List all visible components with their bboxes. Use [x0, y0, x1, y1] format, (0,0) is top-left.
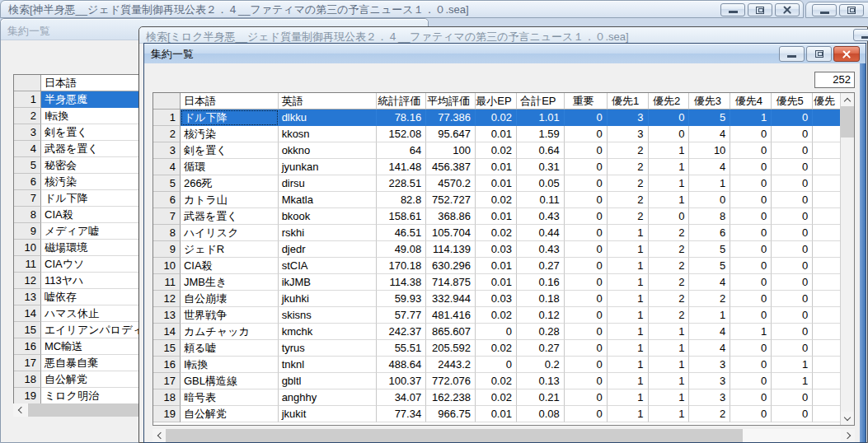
cell-english[interactable]: ikJMB — [279, 274, 378, 291]
count-field[interactable]: 252 — [814, 72, 855, 88]
column-header-avg_eval[interactable]: 平均評価 — [426, 93, 476, 110]
cell-priority5[interactable]: 0 — [772, 110, 813, 126]
cell-japanese[interactable]: JMB生き — [181, 274, 279, 291]
table-row[interactable]: 19自公解党jkukit77.34966.750.010.08011200 — [153, 406, 840, 422]
table-row[interactable]: 10CIA殺stCIA170.18630.2960.010.27012500 — [153, 258, 840, 274]
cell-priority6[interactable] — [813, 291, 840, 307]
cell-japanese[interactable]: 266死 — [181, 175, 279, 192]
row-number[interactable]: 17 — [14, 355, 41, 371]
cell-important[interactable]: 0 — [565, 159, 608, 175]
cell-priority6[interactable] — [813, 357, 840, 373]
cell-important[interactable]: 0 — [565, 192, 608, 208]
column-header-japanese[interactable]: 日本語 — [181, 93, 279, 110]
cell-priority3[interactable]: 4 — [689, 324, 730, 340]
cell-priority6[interactable] — [813, 340, 840, 357]
cell-priority2[interactable]: 2 — [649, 307, 690, 324]
row-number[interactable]: 1 — [14, 91, 41, 108]
cell-stat_eval[interactable]: 170.18 — [377, 258, 426, 274]
cell-priority4[interactable]: 0 — [730, 406, 772, 422]
cell-avg_eval[interactable]: 752.727 — [426, 192, 476, 208]
cell-priority2[interactable]: 1 — [649, 324, 690, 340]
cell-avg_eval[interactable]: 772.076 — [426, 373, 476, 389]
cell-priority1[interactable]: 2 — [608, 208, 649, 225]
row-number[interactable]: 4 — [14, 141, 41, 157]
cell-priority4[interactable]: 0 — [730, 291, 772, 307]
cell-stat_eval[interactable]: 77.34 — [377, 406, 426, 422]
cell-important[interactable]: 0 — [565, 241, 608, 258]
cell-english[interactable]: jkukit — [279, 406, 378, 422]
table-row[interactable]: 7武器を置くbkook158.61368.860.010.43020800 — [153, 208, 840, 225]
cell-priority2[interactable]: 1 — [649, 192, 690, 208]
row-number[interactable]: 12 — [14, 273, 41, 289]
table-row[interactable]: 12自公崩壊jkuhki59.93332.9440.030.18012200 — [153, 291, 840, 307]
row-number[interactable]: 17 — [153, 373, 181, 389]
cell-english[interactable]: dirsu — [279, 175, 378, 192]
row-number[interactable]: 7 — [153, 208, 181, 225]
cell-stat_eval[interactable]: 46.51 — [377, 225, 426, 241]
cell-priority3[interactable]: 4 — [689, 340, 730, 357]
cell-english[interactable]: tyrus — [279, 340, 378, 357]
cell-priority4[interactable]: 0 — [730, 225, 772, 241]
row-number[interactable]: 5 — [153, 175, 181, 192]
cell-stat_eval[interactable]: 64 — [377, 142, 426, 159]
cell-english[interactable]: stCIA — [279, 258, 378, 274]
cell-priority2[interactable]: 1 — [649, 406, 690, 422]
close-button[interactable] — [833, 46, 860, 62]
cell-english[interactable]: Mkatla — [279, 192, 378, 208]
cell-english[interactable]: kmchk — [279, 324, 378, 340]
cell-priority5[interactable]: 0 — [772, 126, 813, 142]
cell-priority4[interactable]: 0 — [730, 340, 772, 357]
cell-priority3[interactable]: 4 — [689, 126, 730, 142]
cell-total_ep[interactable]: 0.05 — [517, 175, 565, 192]
table-row[interactable]: 11JMB生きikJMB114.38714.8750.010.16012400 — [153, 274, 840, 291]
column-header-important[interactable]: 重要 — [565, 93, 608, 110]
cell-priority4[interactable]: 1 — [730, 110, 772, 126]
cell-priority3[interactable]: 8 — [689, 208, 730, 225]
cell-important[interactable]: 0 — [565, 225, 608, 241]
cell-priority6[interactable] — [813, 175, 840, 192]
row-number[interactable]: 2 — [153, 126, 181, 142]
table-row[interactable]: 15頼る嘘tyrus55.51205.5920.020.27011400 — [153, 340, 840, 357]
scroll-left-button[interactable] — [13, 403, 27, 417]
cell-priority5[interactable]: 0 — [772, 274, 813, 291]
cell-stat_eval[interactable]: 141.48 — [377, 159, 426, 175]
cell-japanese[interactable]: 武器を置く — [181, 208, 279, 225]
cell-english[interactable]: tnknl — [279, 357, 378, 373]
cell-japanese[interactable]: 自公解党 — [181, 406, 279, 422]
table-row[interactable]: 3剣を置くokkno641000.020.640211000 — [153, 142, 840, 159]
cell-priority2[interactable]: 0 — [649, 110, 690, 126]
cell-avg_eval[interactable]: 162.238 — [426, 389, 476, 406]
restore-button[interactable] — [748, 3, 772, 16]
cell-priority5[interactable]: 0 — [772, 175, 813, 192]
cell-total_ep[interactable]: 0.28 — [517, 324, 565, 340]
cell-important[interactable]: 0 — [565, 373, 608, 389]
cell-priority2[interactable]: 1 — [649, 175, 690, 192]
table-row[interactable]: 14カムチャッカkmchk242.37865.60700.28011410 — [153, 324, 840, 340]
cell-japanese[interactable]: 暗号表 — [181, 389, 279, 406]
row-number[interactable]: 18 — [153, 389, 181, 406]
cell-min_ep[interactable]: 0 — [476, 357, 517, 373]
cell-total_ep[interactable]: 0.12 — [517, 307, 565, 324]
cell-stat_eval[interactable]: 242.37 — [377, 324, 426, 340]
cell-total_ep[interactable]: 0.43 — [517, 208, 565, 225]
cell-priority5[interactable]: 1 — [772, 357, 813, 373]
cell-english[interactable]: skisns — [279, 307, 378, 324]
scrollbar-thumb[interactable] — [841, 106, 854, 138]
cell-total_ep[interactable]: 0.08 — [517, 406, 565, 422]
column-header-priority3[interactable]: 優先3 — [689, 93, 730, 110]
cell-english[interactable]: dlkku — [279, 110, 378, 126]
row-number[interactable]: 3 — [14, 124, 41, 141]
row-number[interactable]: 2 — [14, 108, 41, 124]
cell-priority2[interactable]: 2 — [649, 258, 690, 274]
cell-priority1[interactable]: 1 — [608, 258, 649, 274]
cell-priority5[interactable]: 0 — [772, 225, 813, 241]
cell-japanese[interactable]: 循環 — [181, 159, 279, 175]
cell-priority1[interactable]: 1 — [608, 225, 649, 241]
cell-important[interactable]: 0 — [565, 208, 608, 225]
cell-min_ep[interactable]: 0.01 — [476, 406, 517, 422]
cell-japanese[interactable]: カトラ山 — [181, 192, 279, 208]
cell-priority6[interactable] — [813, 324, 840, 340]
cell-min_ep[interactable]: 0.02 — [476, 225, 517, 241]
row-number[interactable]: 5 — [14, 157, 41, 174]
minimize-button[interactable] — [720, 3, 745, 16]
